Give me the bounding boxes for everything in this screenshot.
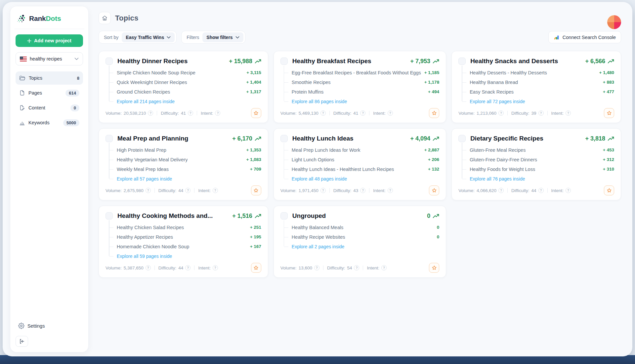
topic-title[interactable]: Healthy Lunch Ideas (292, 135, 354, 142)
topic-title[interactable]: Healthy Snacks and Desserts (470, 58, 558, 65)
sidebar-item-topics[interactable]: Topics 8 (16, 71, 83, 85)
help-icon[interactable]: ? (185, 265, 190, 270)
help-icon[interactable]: ? (320, 188, 326, 193)
topic-card: Ungrouped 0 Healthy Balanced Meals0Healt… (274, 206, 446, 278)
topic-checkbox[interactable] (458, 135, 466, 142)
sidebar-item-pages[interactable]: Pages 614 (16, 86, 83, 100)
help-icon[interactable]: ? (215, 110, 220, 116)
help-icon[interactable]: ? (498, 110, 504, 116)
sidebar-divider (14, 29, 84, 29)
help-icon[interactable]: ? (320, 110, 326, 116)
explore-pages-link[interactable]: Explore all 76 pages inside (470, 176, 525, 182)
add-new-project-button[interactable]: Add new project (16, 34, 83, 47)
intent-stat: Intent: ? (373, 188, 393, 193)
topic-checkbox[interactable] (106, 58, 113, 65)
topic-title[interactable]: Healthy Cooking Methods and... (117, 212, 213, 220)
sidebar-item-keywords[interactable]: Keywords 5000 (16, 116, 83, 129)
page-row: Healthy Vegetarian Meal Delivery+ 1,083 (109, 155, 261, 164)
favorite-button[interactable] (604, 108, 614, 118)
explore-row: Explore all 57 pages inside (109, 174, 261, 183)
help-icon[interactable]: ? (538, 188, 544, 193)
help-icon[interactable]: ? (213, 265, 218, 270)
topic-card: Healthy Breakfast Recipes + 7,953 Egg-Fr… (274, 51, 446, 123)
help-icon[interactable]: ? (148, 110, 153, 116)
help-icon[interactable]: ? (360, 188, 365, 193)
help-icon[interactable]: ? (388, 188, 393, 193)
sidebar-item-settings[interactable]: Settings (16, 321, 47, 331)
topic-checkbox[interactable] (280, 135, 288, 142)
page-traffic-gain: + 453 (600, 147, 614, 152)
page-label: Healthy Balanced Meals (292, 225, 343, 230)
topic-pages-list: Egg-Free Breakfast Recipes - Breakfast F… (284, 68, 439, 106)
explore-pages-link[interactable]: Explore all 48 pages inside (292, 176, 347, 182)
project-selector[interactable]: healthy recipes (16, 52, 83, 65)
explore-pages-link[interactable]: Explore all 2 pages inside (292, 244, 345, 249)
topic-card-footer: Volume:1,213,060 ? Difficulty:39 ? Inten… (458, 108, 614, 118)
favorite-button[interactable] (604, 185, 614, 195)
sort-by-dropdown[interactable]: Sort by Easy Traffic Wins (99, 31, 177, 44)
help-icon[interactable]: ? (388, 110, 393, 116)
home-button[interactable] (99, 12, 111, 24)
favorite-button[interactable] (251, 185, 261, 195)
explore-pages-link[interactable]: Explore all 86 pages inside (292, 99, 347, 104)
page-label: Healthy Foods for Weight Loss (470, 167, 535, 172)
collapse-sidebar-button[interactable] (16, 336, 28, 347)
trend-up-icon (255, 214, 261, 219)
page-label: Gluten-Free Meal Recipes (470, 147, 526, 153)
page-row: Easy Snack Recipes+ 477 (462, 87, 614, 97)
topic-title[interactable]: Dietary Specific Recipes (470, 135, 543, 142)
connect-search-console-button[interactable]: Connect Search Console (548, 31, 621, 43)
star-icon (607, 188, 612, 193)
help-icon[interactable]: ? (354, 265, 359, 270)
topic-title[interactable]: Ungrouped (292, 212, 326, 220)
favorite-button[interactable] (251, 263, 261, 273)
favorite-button[interactable] (429, 185, 439, 195)
topic-checkbox[interactable] (106, 212, 113, 220)
help-icon[interactable]: ? (314, 265, 319, 270)
topic-checkbox[interactable] (106, 135, 113, 142)
help-icon[interactable]: ? (185, 188, 190, 193)
explore-pages-link[interactable]: Explore all 59 pages inside (117, 254, 172, 259)
page-traffic-gain: + 1,480 (596, 70, 614, 75)
trend-up-icon (433, 136, 439, 141)
favorite-button[interactable] (429, 108, 439, 118)
explore-pages-link[interactable]: Explore all 214 pages inside (117, 99, 175, 104)
help-icon[interactable]: ? (360, 110, 365, 116)
help-icon[interactable]: ? (498, 188, 504, 193)
page-traffic-gain: + 251 (247, 225, 261, 230)
topic-card-footer: Volume:20,538,210 ? Difficulty:41 ? Inte… (106, 108, 261, 118)
topic-checkbox[interactable] (280, 212, 288, 220)
topic-title[interactable]: Meal Prep and Planning (117, 135, 188, 142)
avatar[interactable] (607, 15, 621, 29)
help-icon[interactable]: ? (146, 265, 151, 270)
topic-checkbox[interactable] (458, 58, 466, 65)
help-icon[interactable]: ? (538, 110, 544, 116)
topic-pages-list: High Protein Meal Prep+ 1,353Healthy Veg… (109, 145, 261, 183)
help-icon[interactable]: ? (566, 110, 571, 116)
star-icon (432, 188, 437, 193)
page-row: Ground Chicken Recipes+ 1,317 (109, 87, 261, 97)
help-icon[interactable]: ? (381, 265, 387, 270)
topic-traffic-gain: + 7,953 (410, 58, 440, 65)
volume-stat: Volume:1,971,450 ? (280, 188, 326, 193)
filters-dropdown[interactable]: Filters Show filters (181, 31, 245, 44)
help-icon[interactable]: ? (566, 188, 571, 193)
favorite-button[interactable] (429, 263, 439, 273)
topic-checkbox[interactable] (280, 58, 288, 65)
explore-pages-link[interactable]: Explore all 72 pages inside (470, 99, 525, 104)
help-icon[interactable]: ? (188, 110, 193, 116)
explore-pages-link[interactable]: Explore all 57 pages inside (117, 176, 172, 182)
page-row: Egg-Free Breakfast Recipes - Breakfast F… (284, 68, 439, 77)
topic-title[interactable]: Healthy Breakfast Recipes (292, 58, 371, 65)
help-icon[interactable]: ? (146, 188, 151, 193)
trend-up-icon (433, 214, 439, 219)
topic-pages-list: Healthy Balanced Meals0Healthy Recipe We… (284, 222, 439, 251)
difficulty-stat: Difficulty:43 ? (333, 188, 366, 193)
topic-title[interactable]: Healthy Dinner Recipes (117, 58, 188, 65)
sidebar-item-content[interactable]: Content 0 (16, 101, 83, 114)
favorite-button[interactable] (251, 108, 261, 118)
help-icon[interactable]: ? (213, 188, 218, 193)
page-label: High Protein Meal Prep (117, 147, 166, 153)
page-row: Simple Chicken Noodle Soup Recipe+ 3,115 (109, 68, 261, 77)
page-row: Healthy Lunch Ideas - Healthiest Lunch R… (284, 164, 439, 174)
